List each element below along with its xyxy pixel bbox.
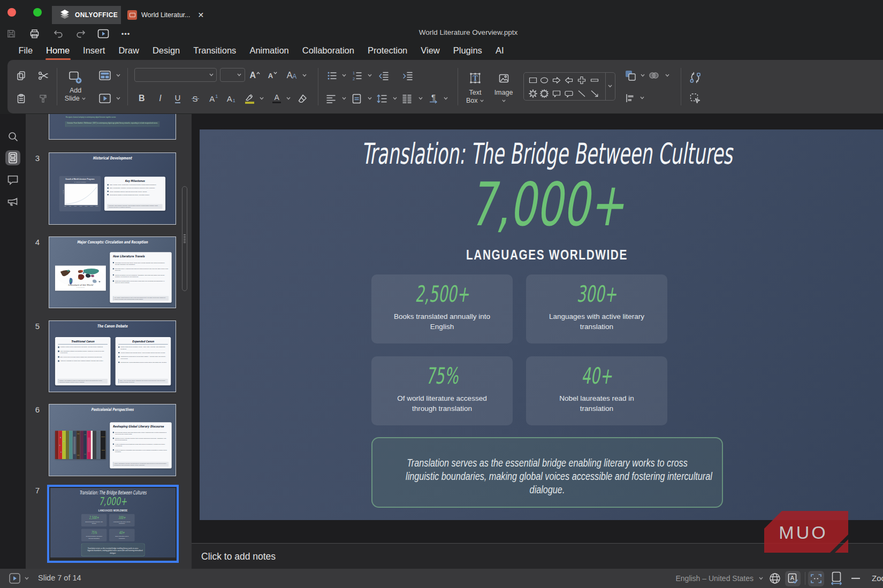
current-slide[interactable]: Translation: The Bridge Between Cultures…: [200, 129, 883, 520]
font-name-chevron-icon[interactable]: [209, 73, 214, 77]
paste-button[interactable]: [13, 91, 28, 106]
horizontal-align-chevron-icon[interactable]: [341, 96, 347, 101]
paragraph-direction-chevron-icon[interactable]: [443, 96, 448, 101]
undo-button[interactable]: [51, 26, 66, 41]
increase-indent-button[interactable]: [400, 68, 415, 83]
slide-layout-button[interactable]: [97, 68, 112, 83]
thumbnails-scrollbar[interactable]: [182, 186, 187, 291]
menu-animation[interactable]: Animation: [243, 42, 295, 60]
sidebar-comments-button[interactable]: [5, 172, 20, 187]
bullets-button[interactable]: [325, 68, 340, 83]
menu-insert[interactable]: Insert: [77, 42, 112, 60]
shape-rectangle[interactable]: [527, 74, 539, 86]
superscript-button[interactable]: A1: [206, 91, 221, 106]
vertical-align-chevron-icon[interactable]: [367, 96, 372, 101]
language-chevron-icon[interactable]: [758, 576, 764, 581]
change-case-chevron-icon[interactable]: [302, 73, 307, 78]
slide-stat-value[interactable]: 7,000+: [304, 172, 790, 236]
thumbnail-slide-3[interactable]: Historical Development Growth of World L…: [49, 152, 176, 225]
shape-star-burst-12[interactable]: [538, 88, 550, 100]
horizontal-align-button[interactable]: [323, 91, 338, 106]
font-size-chevron-icon[interactable]: [237, 73, 242, 77]
close-window-button[interactable]: [7, 8, 16, 17]
add-slide-button[interactable]: [68, 70, 83, 85]
close-tab-icon[interactable]: ✕: [197, 11, 204, 19]
slide-stat-card-2[interactable]: 300+ Languages with active literary tran…: [526, 274, 667, 343]
menu-design[interactable]: Design: [146, 42, 186, 60]
decrease-indent-button[interactable]: [376, 68, 391, 83]
slide-title[interactable]: Translation: The Bridge Between Cultures: [332, 138, 763, 170]
thumbnail-slide-6[interactable]: Postcolonial Perspectives: [49, 404, 176, 476]
slideshow-options-chevron-icon[interactable]: [24, 576, 29, 581]
menu-transitions[interactable]: Transitions: [187, 42, 243, 60]
slide-stat-card-3[interactable]: 75% Of world literature accessed through…: [371, 356, 513, 425]
increase-font-button[interactable]: A: [248, 68, 263, 83]
notes-placeholder[interactable]: Click to add notes: [201, 551, 276, 562]
slide-stat-card-3[interactable]: 75% Of world literature accessed through…: [81, 529, 107, 541]
shape-minus[interactable]: [589, 74, 600, 86]
arrange-shapes-chevron-icon[interactable]: [640, 73, 645, 78]
document-tab[interactable]: World Literatur... ✕: [123, 6, 208, 24]
menu-collaboration[interactable]: Collaboration: [295, 42, 361, 60]
slide-stat-label[interactable]: LANGUAGES WORLDWIDE: [63, 509, 163, 512]
slide-stat-card-4[interactable]: 40+ Nobel laureates read in translation: [109, 529, 135, 541]
image-button[interactable]: [496, 71, 511, 86]
slide-stat-label[interactable]: LANGUAGES WORLDWIDE: [269, 247, 825, 263]
shape-ellipse[interactable]: [538, 74, 550, 86]
subscript-button[interactable]: A1: [224, 91, 239, 106]
bullets-chevron-icon[interactable]: [341, 73, 347, 78]
menu-ai[interactable]: AI: [489, 42, 511, 60]
strikethrough-button[interactable]: S: [188, 91, 203, 106]
save-button[interactable]: [4, 26, 19, 41]
shape-arrow-left[interactable]: [563, 74, 575, 86]
slide-title[interactable]: Translation: The Bridge Between Cultures: [74, 490, 151, 495]
line-spacing-chevron-icon[interactable]: [392, 96, 398, 101]
shape-callout-rect[interactable]: [551, 88, 562, 100]
numbering-button[interactable]: 12: [349, 68, 364, 83]
font-name-combo[interactable]: [134, 68, 217, 82]
menu-draw[interactable]: Draw: [112, 42, 146, 60]
highlight-color-button[interactable]: [242, 91, 257, 106]
numbering-chevron-icon[interactable]: [367, 73, 372, 78]
align-shapes-button[interactable]: [622, 90, 637, 105]
thumbnail-slide-2[interactable]: Era spans classical antiquity to contemp…: [49, 114, 176, 140]
slide-note-box[interactable]: Translation serves as the essential brid…: [371, 437, 723, 508]
fit-to-width-button[interactable]: [831, 571, 842, 585]
preview-chevron-icon[interactable]: [116, 96, 121, 101]
italic-button[interactable]: I: [153, 91, 168, 106]
replace-button[interactable]: [688, 70, 703, 85]
fit-to-slide-button[interactable]: [808, 571, 824, 586]
text-box-button[interactable]: T: [468, 71, 483, 86]
preview-button[interactable]: [97, 91, 112, 106]
sidebar-slides-button[interactable]: [5, 150, 20, 165]
slide-stat-card-1[interactable]: 2,500+ Books translated annually into En…: [81, 514, 107, 526]
font-color-button[interactable]: A: [269, 91, 284, 106]
sidebar-feedback-button[interactable]: [5, 194, 20, 209]
slide-stat-card-1[interactable]: 2,500+ Books translated annually into En…: [371, 274, 513, 343]
slide-note-box[interactable]: Translation serves as the essential brid…: [81, 544, 144, 556]
print-button[interactable]: [27, 26, 42, 41]
shape-callout-round[interactable]: [563, 88, 575, 100]
columns-chevron-icon[interactable]: [418, 96, 423, 101]
bold-button[interactable]: B: [134, 91, 149, 106]
menu-protection[interactable]: Protection: [361, 42, 414, 60]
menu-view[interactable]: View: [414, 42, 446, 60]
menu-plugins[interactable]: Plugins: [446, 42, 489, 60]
line-spacing-button[interactable]: [374, 91, 389, 106]
language-selector[interactable]: English – United States: [675, 574, 753, 583]
onlyoffice-main-tab[interactable]: ONLYOFFICE: [52, 6, 121, 24]
font-color-chevron-icon[interactable]: [286, 96, 291, 101]
menu-home[interactable]: Home: [40, 42, 77, 60]
zoom-out-button[interactable]: [851, 577, 861, 579]
menu-file[interactable]: File: [12, 42, 40, 60]
merge-shapes-button[interactable]: [646, 68, 661, 83]
underline-button[interactable]: U: [170, 91, 185, 106]
slide-stat-card-4[interactable]: 40+ Nobel laureates read in translation: [526, 356, 667, 425]
vertical-align-button[interactable]: [349, 91, 364, 106]
arrange-shapes-button[interactable]: [623, 68, 638, 83]
select-tool-button[interactable]: [688, 91, 703, 106]
paragraph-direction-button[interactable]: ¶: [426, 91, 441, 106]
shape-arrow-right[interactable]: [551, 74, 562, 86]
thumbnail-slide-5[interactable]: The Canon Debate Traditional Canon Weste…: [49, 320, 176, 393]
shape-arrow-diagonal[interactable]: [589, 88, 600, 100]
